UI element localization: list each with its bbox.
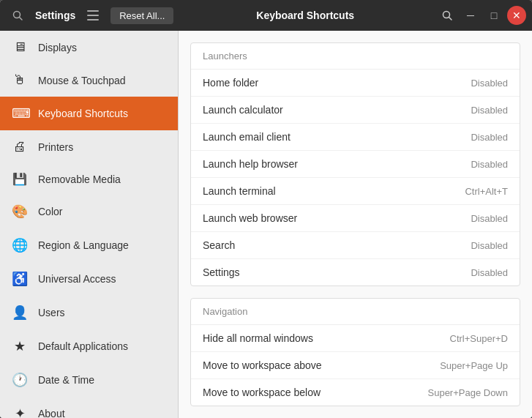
shortcut-name: Settings [203,266,471,278]
sidebar-item-removable-media[interactable]: 💾 Removable Media [0,163,178,195]
shortcut-launch-help[interactable]: Launch help browser Disabled [191,151,520,178]
sidebar-item-printers[interactable]: 🖨 Printers [0,130,178,163]
shortcut-launch-email[interactable]: Launch email client Disabled [191,124,520,151]
shortcut-name: Search [203,239,471,251]
shortcut-home-folder[interactable]: Home folder Disabled [191,70,520,97]
svg-rect-2 [87,10,99,12]
displays-icon: 🖥 [12,40,28,55]
search-icon-right[interactable] [437,5,457,26]
app-title: Settings [35,10,75,21]
shortcut-key: Disabled [471,240,508,251]
shortcut-name: Hide all normal windows [203,332,450,344]
maximize-button[interactable]: □ [484,5,504,26]
region-icon: 🌐 [12,237,28,253]
sidebar-item-universal-label: Universal Access [38,273,116,285]
page-title: Keyboard Shortcuts [176,10,434,21]
search-icon-left[interactable] [6,4,29,27]
shortcut-launch-browser[interactable]: Launch web browser Disabled [191,205,520,232]
date-time-icon: 🕐 [12,372,28,388]
shortcut-launch-calculator[interactable]: Launch calculator Disabled [191,97,520,124]
shortcut-name: Home folder [203,77,471,89]
printer-icon: 🖨 [12,139,28,154]
sidebar-item-mouse-touchpad[interactable]: 🖱 Mouse & Touchpad [0,64,178,97]
main-content: 🖥 Displays 🖱 Mouse & Touchpad ⌨ Keyboard… [0,31,532,418]
shortcut-key: Disabled [471,78,508,89]
shortcut-search[interactable]: Search Disabled [191,232,520,259]
keyboard-icon: ⌨ [12,105,28,122]
svg-rect-3 [87,15,99,16]
sidebar-item-date-label: Date & Time [38,374,94,386]
sidebar-item-color[interactable]: 🎨 Color [0,195,178,228]
launchers-header: Launchers [191,43,520,70]
svg-line-1 [20,18,23,20]
launchers-section: Launchers Home folder Disabled Launch ca… [190,42,520,286]
navigation-header: Navigation [191,299,520,325]
shortcut-name: Launch email client [203,131,471,143]
sidebar: 🖥 Displays 🖱 Mouse & Touchpad ⌨ Keyboard… [0,31,179,418]
window-controls: ─ □ ✕ [437,5,526,26]
reset-all-button[interactable]: Reset All... [110,7,173,24]
menu-icon[interactable] [81,4,105,27]
users-icon: 👤 [12,305,28,321]
shortcut-name: Move to workspace above [203,359,440,371]
svg-line-6 [449,18,452,20]
sidebar-item-default-label: Default Applications [38,340,128,352]
sidebar-item-mouse-label: Mouse & Touchpad [38,75,126,86]
shortcut-name: Launch help browser [203,158,471,170]
titlebar: Settings Reset All... Keyboard Shortcuts… [0,0,532,31]
shortcut-key: Disabled [471,159,508,170]
settings-window: Settings Reset All... Keyboard Shortcuts… [0,0,532,418]
shortcut-key: Disabled [471,213,508,224]
shortcut-settings[interactable]: Settings Disabled [191,259,520,285]
sidebar-item-universal-access[interactable]: ♿ Universal Access [0,262,178,296]
universal-access-icon: ♿ [12,271,28,287]
shortcut-launch-terminal[interactable]: Launch terminal Ctrl+Alt+T [191,178,520,205]
shortcut-key: Ctrl+Alt+T [465,186,508,197]
close-button[interactable]: ✕ [507,6,526,25]
sidebar-item-color-label: Color [38,206,62,217]
shortcut-name: Launch calculator [203,104,471,116]
shortcut-name: Launch terminal [203,185,465,197]
shortcut-key: Super+Page Up [440,360,508,371]
shortcut-key: Disabled [471,105,508,116]
sidebar-item-displays-label: Displays [38,42,77,53]
minimize-button[interactable]: ─ [460,5,481,26]
sidebar-item-keyboard-label: Keyboard Shortcuts [38,108,128,119]
sidebar-item-printers-label: Printers [38,141,73,153]
shortcut-name: Move to workspace below [203,387,428,398]
removable-media-icon: 💾 [12,172,28,186]
svg-rect-4 [87,19,99,20]
mouse-icon: 🖱 [12,72,28,88]
sidebar-item-date-time[interactable]: 🕐 Date & Time [0,363,178,397]
shortcut-workspace-above[interactable]: Move to workspace above Super+Page Up [191,352,520,379]
about-icon: ✦ [12,406,28,418]
sidebar-item-keyboard-shortcuts[interactable]: ⌨ Keyboard Shortcuts [0,97,178,130]
shortcut-key: Disabled [471,132,508,143]
sidebar-item-users[interactable]: 👤 Users [0,296,178,329]
sidebar-item-removable-label: Removable Media [38,173,121,185]
sidebar-item-about-label: About [38,408,65,418]
shortcut-key: Disabled [471,267,508,278]
shortcut-workspace-below[interactable]: Move to workspace below Super+Page Down [191,379,520,406]
sidebar-item-about[interactable]: ✦ About [0,397,178,418]
default-apps-icon: ★ [12,338,28,354]
sidebar-item-displays[interactable]: 🖥 Displays [0,31,178,64]
shortcut-hide-windows[interactable]: Hide all normal windows Ctrl+Super+D [191,325,520,352]
color-icon: 🎨 [12,204,28,220]
sidebar-item-users-label: Users [38,307,65,318]
shortcuts-panel: Launchers Home folder Disabled Launch ca… [179,31,532,418]
navigation-section: Navigation Hide all normal windows Ctrl+… [190,298,520,406]
sidebar-item-region-label: Region & Language [38,239,129,251]
shortcut-key: Super+Page Down [428,387,509,398]
shortcut-key: Ctrl+Super+D [450,333,508,344]
sidebar-item-region-language[interactable]: 🌐 Region & Language [0,228,178,262]
shortcut-name: Launch web browser [203,212,471,224]
sidebar-item-default-applications[interactable]: ★ Default Applications [0,329,178,363]
